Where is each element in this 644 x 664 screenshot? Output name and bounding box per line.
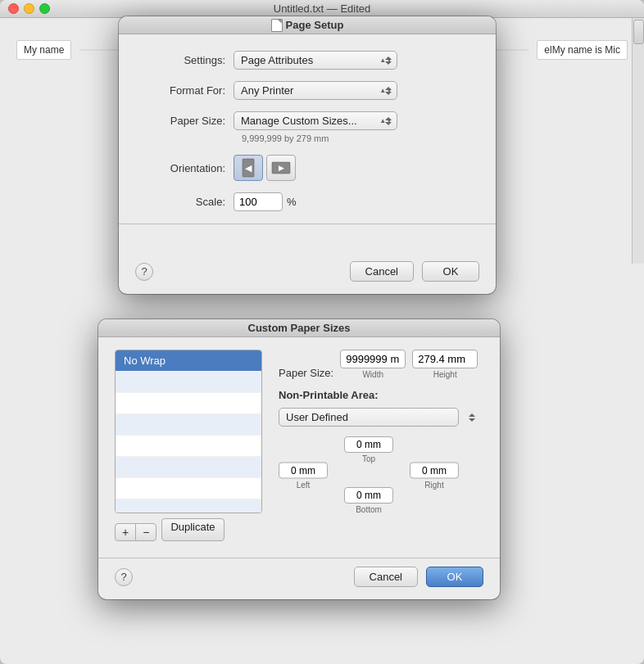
left-margin-input[interactable] [279,462,328,478]
page-setup-body: Settings: Page Attributes Format For: An… [119,34,496,253]
paper-list-item[interactable] [116,457,261,478]
svg-text:▶: ▶ [279,164,284,172]
orientation-buttons: ◀ ▶ [234,155,296,181]
top-margin-label: Top [362,454,375,463]
custom-paper-body: No Wrap + − Duplicate [98,337,500,553]
editor-title: Untitled.txt — Edited [274,2,371,15]
non-printable-section: Non-Printable Area: User Defined Top [279,389,483,514]
right-margin-label: Right [424,480,443,489]
non-printable-label: Non-Printable Area: [279,389,483,401]
paper-list[interactable]: No Wrap [115,350,262,513]
settings-label: Settings: [143,54,234,66]
portrait-icon: ◀ [240,158,256,178]
svg-text:◀: ◀ [245,163,252,173]
custom-paper-title: Custom Paper Sizes [248,322,351,334]
paper-size-field-label: Paper Size: [279,364,333,379]
text-snippet-right: elMy name is Mic [537,40,628,60]
minimize-button[interactable] [24,3,34,14]
right-margin-group: Right [410,462,459,489]
height-input[interactable] [412,350,478,368]
remove-paper-button[interactable]: − [136,524,156,540]
format-for-row: Format For: Any Printer [143,81,471,100]
paper-size-info: 9,999,999 by 279 mm [242,133,471,143]
paper-size-select-wrapper[interactable]: Manage Custom Sizes... [234,111,397,130]
format-for-select[interactable]: Any Printer [234,81,397,100]
settings-select-wrapper[interactable]: Page Attributes [234,51,397,70]
scale-input[interactable] [234,192,283,211]
paper-list-item[interactable] [116,393,261,414]
dialog-separator [119,224,496,224]
cancel-button[interactable]: Cancel [350,261,414,282]
scale-label: Scale: [143,196,234,208]
footer-buttons: Cancel OK [350,261,479,282]
page-setup-dialog: Page Setup Settings: Page Attributes For… [119,16,496,294]
format-for-label: Format For: [143,84,234,97]
paper-size-label: Paper Size: [143,115,234,127]
right-margin-input[interactable] [410,462,459,478]
paper-list-item[interactable]: No Wrap [116,350,261,372]
help-button[interactable]: ? [135,263,153,281]
paper-list-item[interactable] [116,436,261,457]
orientation-row: Orientation: ◀ ▶ [143,155,471,181]
scale-row: Scale: % [143,192,471,211]
close-button[interactable] [8,3,19,14]
landscape-icon: ▶ [271,160,291,176]
margins-layout: Top Left Right Bottom [287,436,451,514]
ok-button[interactable]: OK [422,261,479,282]
zoom-button[interactable] [39,3,50,14]
scale-unit: % [287,196,297,208]
custom-paper-titlebar: Custom Paper Sizes [98,319,500,337]
paper-list-item[interactable] [116,372,261,393]
height-label: Height [433,370,457,379]
custom-ok-button[interactable]: OK [426,567,483,587]
scrollbar[interactable] [632,18,644,264]
height-field-group: Height [412,350,478,379]
top-margin-input[interactable] [344,436,393,453]
left-margin-label: Left [297,480,311,489]
paper-list-item[interactable] [116,499,261,513]
landscape-button[interactable]: ▶ [266,155,296,181]
document-icon [271,19,283,32]
traffic-lights [8,3,50,14]
custom-paper-footer: ? Cancel OK [98,558,500,599]
orientation-label: Orientation: [143,162,234,174]
user-defined-arrow [467,411,477,424]
page-setup-title: Page Setup [286,19,344,31]
page-setup-footer: ? Cancel OK [119,253,496,294]
list-controls: + − Duplicate [115,518,262,541]
bottom-margin-label: Bottom [356,505,382,514]
user-defined-wrapper[interactable]: User Defined [279,408,483,427]
page-setup-titlebar: Page Setup [119,16,496,34]
top-margin-group: Top [344,436,393,463]
custom-paper-dialog: Custom Paper Sizes No Wrap + − [98,319,500,599]
custom-cancel-button[interactable]: Cancel [354,567,418,587]
add-paper-button[interactable]: + [116,524,136,540]
bottom-margin-group: Bottom [344,487,393,514]
duplicate-button[interactable]: Duplicate [162,519,223,535]
bottom-margin-input[interactable] [344,487,393,504]
editor-titlebar: Untitled.txt — Edited [0,0,644,18]
width-label: Width [362,370,383,379]
paper-size-row: Paper Size: Manage Custom Sizes... [143,111,471,130]
portrait-button[interactable]: ◀ [234,155,263,181]
paper-size-select[interactable]: Manage Custom Sizes... [234,111,397,130]
paper-list-add-remove: + − [115,523,156,541]
width-field-group: Width [340,350,406,379]
custom-help-button[interactable]: ? [115,568,133,586]
paper-list-section: No Wrap + − Duplicate [115,350,262,541]
text-snippet-left: My name [16,40,71,60]
custom-footer-buttons: Cancel OK [354,567,483,587]
settings-row: Settings: Page Attributes [143,51,471,70]
settings-select[interactable]: Page Attributes [234,51,397,70]
paper-size-fields: Paper Size: Width Height [279,350,483,379]
user-defined-select[interactable]: User Defined [279,408,459,427]
paper-list-item[interactable] [116,414,261,436]
paper-list-item[interactable] [116,478,261,499]
format-for-select-wrapper[interactable]: Any Printer [234,81,397,100]
width-input[interactable] [340,350,406,368]
left-margin-group: Left [279,462,328,489]
paper-settings-section: Paper Size: Width Height Non-Printable A… [279,350,483,541]
